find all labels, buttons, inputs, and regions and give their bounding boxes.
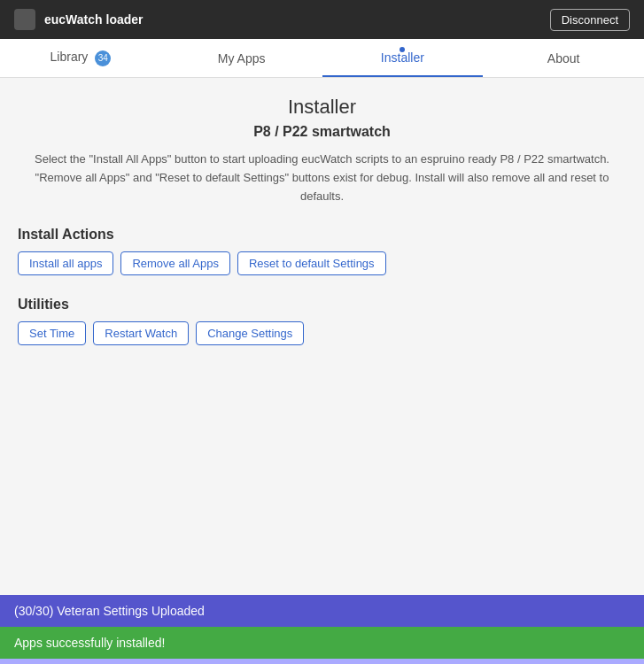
nav-label-my-apps: My Apps bbox=[218, 51, 266, 66]
progress-bar-track bbox=[0, 659, 644, 664]
nav-label-about: About bbox=[547, 51, 580, 66]
remove-all-button[interactable]: Remove all Apps bbox=[120, 251, 230, 275]
main-content: Installer P8 / P22 smartwatch Select the… bbox=[0, 78, 644, 595]
nav-item-about[interactable]: About bbox=[483, 41, 644, 76]
status-bar-purple: (30/30) Veteran Settings Uploaded bbox=[0, 595, 644, 627]
utilities-section: Utilities Set Time Restart Watch Change … bbox=[18, 297, 626, 345]
set-time-button[interactable]: Set Time bbox=[18, 321, 86, 345]
app-logo bbox=[14, 9, 35, 30]
page-title: Installer bbox=[18, 96, 626, 119]
status-area: (30/30) Veteran Settings Uploaded Apps s… bbox=[0, 595, 644, 664]
nav-bar: Library 34 My Apps Installer About bbox=[0, 39, 644, 78]
page-subtitle: P8 / P22 smartwatch bbox=[18, 124, 626, 140]
install-actions-buttons: Install all apps Remove all Apps Reset t… bbox=[18, 251, 626, 275]
restart-watch-button[interactable]: Restart Watch bbox=[93, 321, 189, 345]
utility-buttons: Set Time Restart Watch Change Settings bbox=[18, 321, 626, 345]
app-title: eucWatch loader bbox=[44, 12, 144, 27]
nav-item-installer[interactable]: Installer bbox=[322, 40, 484, 77]
nav-item-library[interactable]: Library 34 bbox=[0, 39, 161, 76]
disconnect-button[interactable]: Disconnect bbox=[550, 9, 630, 31]
library-badge: 34 bbox=[95, 50, 111, 66]
reset-default-button[interactable]: Reset to default Settings bbox=[237, 251, 386, 275]
header: eucWatch loader Disconnect bbox=[0, 0, 644, 39]
nav-label-library: Library bbox=[50, 50, 89, 64]
utilities-label: Utilities bbox=[18, 297, 626, 313]
nav-item-my-apps[interactable]: My Apps bbox=[161, 41, 322, 76]
nav-dot-installer bbox=[400, 47, 405, 52]
progress-bar-fill bbox=[0, 659, 644, 664]
install-all-button[interactable]: Install all apps bbox=[18, 251, 113, 275]
install-actions-section: Install Actions Install all apps Remove … bbox=[18, 227, 626, 275]
nav-label-installer: Installer bbox=[381, 50, 424, 65]
install-actions-label: Install Actions bbox=[18, 227, 626, 243]
change-settings-button[interactable]: Change Settings bbox=[196, 321, 304, 345]
page-description: Select the "Install All Apps" button to … bbox=[18, 151, 626, 205]
header-left: eucWatch loader bbox=[14, 9, 144, 30]
status-bar-green: Apps successfully installed! bbox=[0, 627, 644, 659]
